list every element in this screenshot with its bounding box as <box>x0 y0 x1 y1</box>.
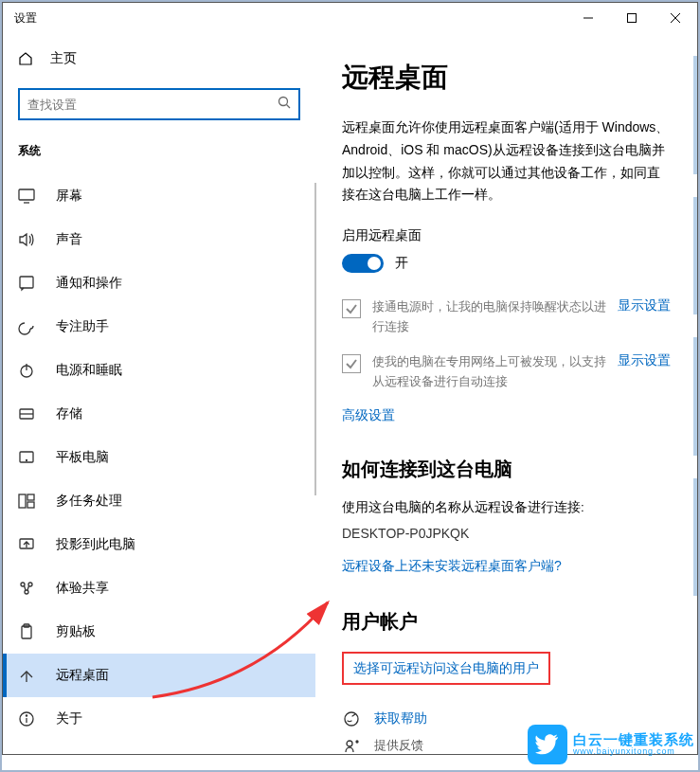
svg-point-14 <box>27 460 27 461</box>
tablet-icon <box>18 449 35 466</box>
keep-awake-checkbox[interactable] <box>342 299 361 318</box>
keep-awake-text: 接通电源时，让我的电脑保持唤醒状态以进行连接 <box>372 297 606 337</box>
sidebar: 主页 系统 屏幕声音通知和操作专注助手电源和睡眠存储平板电脑多任务处理投影到此电… <box>3 33 315 754</box>
sidebar-item-label: 体验共享 <box>56 580 109 597</box>
svg-rect-17 <box>27 502 34 508</box>
sidebar-item-power[interactable]: 电源和睡眠 <box>3 349 315 392</box>
power-icon <box>18 362 35 379</box>
sidebar-item-sound[interactable]: 声音 <box>3 218 315 261</box>
sidebar-item-label: 屏幕 <box>56 188 82 205</box>
get-help-label: 获取帮助 <box>374 710 427 727</box>
home-icon <box>18 51 33 66</box>
storage-icon <box>18 405 35 422</box>
svg-rect-15 <box>19 494 26 508</box>
keep-awake-row: 接通电源时，让我的电脑保持唤醒状态以进行连接 显示设置 <box>342 297 671 337</box>
display-icon <box>18 188 35 205</box>
connect-text: 使用这台电脑的名称从远程设备进行连接: <box>342 499 671 516</box>
project-icon <box>18 536 35 553</box>
section-label: 系统 <box>3 143 315 167</box>
svg-point-4 <box>279 98 288 106</box>
search-icon <box>278 96 291 113</box>
page-title: 远程桌面 <box>342 60 671 96</box>
svg-line-5 <box>287 105 291 109</box>
page-description: 远程桌面允许你使用远程桌面客户端(适用于 Windows、Android、iOS… <box>342 117 671 206</box>
search-box[interactable] <box>18 88 300 120</box>
settings-window: 设置 主页 系统 屏幕声音通知和操作专注助手电源和睡眠存储平板电脑多任务处理投影… <box>2 2 698 755</box>
svg-point-28 <box>345 712 358 726</box>
nav-list: 屏幕声音通知和操作专注助手电源和睡眠存储平板电脑多任务处理投影到此电脑体验共享剪… <box>3 174 315 754</box>
maximize-button[interactable] <box>610 3 654 33</box>
sidebar-item-about[interactable]: 关于 <box>3 697 315 741</box>
window-controls <box>566 3 697 33</box>
svg-point-27 <box>26 715 27 716</box>
connect-heading: 如何连接到这台电脑 <box>342 457 671 482</box>
sidebar-item-clipboard[interactable]: 剪贴板 <box>3 610 315 654</box>
svg-point-19 <box>21 583 25 586</box>
sidebar-item-tablet[interactable]: 平板电脑 <box>3 436 315 479</box>
close-button[interactable] <box>654 3 697 33</box>
right-edge-decor <box>693 56 697 596</box>
user-heading: 用户帐户 <box>342 609 671 635</box>
window-body: 主页 系统 屏幕声音通知和操作专注助手电源和睡眠存储平板电脑多任务处理投影到此电… <box>3 33 697 754</box>
sound-icon <box>18 231 35 248</box>
multitask-icon <box>18 493 35 510</box>
minimize-button[interactable] <box>566 3 610 33</box>
sidebar-item-label: 平板电脑 <box>56 449 109 466</box>
sidebar-item-label: 存储 <box>56 405 82 422</box>
sidebar-item-label: 多任务处理 <box>56 493 122 510</box>
sidebar-item-storage[interactable]: 存储 <box>3 392 315 436</box>
feedback-label: 提供反馈 <box>374 737 423 754</box>
search-input[interactable] <box>27 98 278 112</box>
client-missing-link[interactable]: 远程设备上还未安装远程桌面客户端? <box>342 558 671 575</box>
sidebar-item-label: 专注助手 <box>56 318 109 335</box>
svg-point-30 <box>356 741 358 743</box>
svg-rect-6 <box>19 189 34 200</box>
discoverable-checkbox[interactable] <box>342 354 361 373</box>
sidebar-item-label: 远程桌面 <box>56 667 109 684</box>
sidebar-item-display[interactable]: 屏幕 <box>3 174 315 218</box>
feedback-icon <box>342 736 361 754</box>
window-title: 设置 <box>14 10 37 27</box>
svg-rect-16 <box>27 494 34 500</box>
sidebar-item-project[interactable]: 投影到此电脑 <box>3 523 315 566</box>
svg-point-21 <box>25 590 28 594</box>
sidebar-item-remote[interactable]: 远程桌面 <box>3 654 315 697</box>
sidebar-item-shared[interactable]: 体验共享 <box>3 566 315 610</box>
sidebar-item-label: 通知和操作 <box>56 275 122 292</box>
help-icon <box>342 709 361 728</box>
svg-point-20 <box>28 583 32 586</box>
advanced-settings-link[interactable]: 高级设置 <box>342 407 395 422</box>
discoverable-show-settings[interactable]: 显示设置 <box>618 352 671 392</box>
home-label: 主页 <box>50 50 77 67</box>
enable-toggle-row: 开 <box>342 254 671 273</box>
sidebar-item-label: 投影到此电脑 <box>56 536 135 553</box>
clipboard-icon <box>18 623 35 640</box>
about-icon <box>18 710 35 727</box>
titlebar: 设置 <box>3 3 697 33</box>
keep-awake-show-settings[interactable]: 显示设置 <box>618 297 671 337</box>
sidebar-item-focus[interactable]: 专注助手 <box>3 305 315 349</box>
svg-rect-22 <box>22 626 31 638</box>
enable-label: 启用远程桌面 <box>342 227 671 244</box>
content-area: 远程桌面 远程桌面允许你使用远程桌面客户端(适用于 Windows、Androi… <box>315 33 697 754</box>
watermark: 白云一键重装系统 www.baiyunxitong.com <box>528 725 694 764</box>
scroll-indicator <box>314 183 316 495</box>
sidebar-item-notifications[interactable]: 通知和操作 <box>3 261 315 305</box>
home-nav[interactable]: 主页 <box>3 43 315 75</box>
select-users-highlight: 选择可远程访问这台电脑的用户 <box>342 652 550 685</box>
svg-rect-1 <box>628 14 637 23</box>
enable-toggle[interactable] <box>342 254 384 273</box>
remote-icon <box>18 667 35 684</box>
select-users-link[interactable]: 选择可远程访问这台电脑的用户 <box>353 660 539 675</box>
svg-rect-8 <box>20 277 33 288</box>
sidebar-item-multitask[interactable]: 多任务处理 <box>3 479 315 523</box>
outer-frame: 设置 主页 系统 屏幕声音通知和操作专注助手电源和睡眠存储平板电脑多任务处理投影… <box>0 0 700 772</box>
notifications-icon <box>18 275 35 292</box>
toggle-state: 开 <box>395 255 408 272</box>
focus-icon <box>18 318 35 335</box>
watermark-url: www.baiyunxitong.com <box>573 747 694 757</box>
discoverable-row: 使我的电脑在专用网络上可被发现，以支持从远程设备进行自动连接 显示设置 <box>342 352 671 392</box>
shared-icon <box>18 580 35 597</box>
sidebar-item-label: 剪贴板 <box>56 623 96 640</box>
discoverable-text: 使我的电脑在专用网络上可被发现，以支持从远程设备进行自动连接 <box>372 352 606 392</box>
